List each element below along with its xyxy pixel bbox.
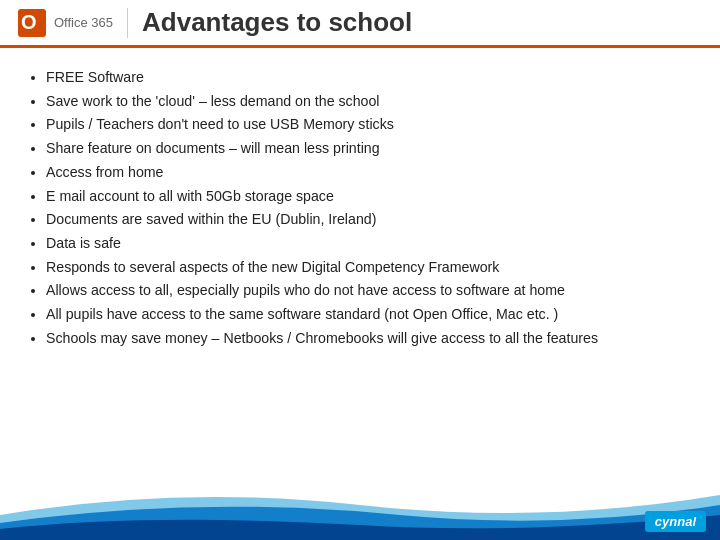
advantages-list: FREE SoftwareSave work to the 'cloud' – … — [24, 66, 696, 350]
list-item: Pupils / Teachers don't need to use USB … — [46, 113, 696, 136]
header: O Office 365 Advantages to school — [0, 0, 720, 48]
list-item: Schools may save money – Netbooks / Chro… — [46, 327, 696, 350]
list-item: Share feature on documents – will mean l… — [46, 137, 696, 160]
list-item: E mail account to all with 50Gb storage … — [46, 185, 696, 208]
list-item: Documents are saved within the EU (Dubli… — [46, 208, 696, 231]
office-logo: O Office 365 — [16, 7, 113, 39]
content-area: FREE SoftwareSave work to the 'cloud' – … — [0, 48, 720, 485]
list-item: Data is safe — [46, 232, 696, 255]
cynnal-badge: cynnal — [645, 511, 706, 532]
header-divider — [127, 8, 128, 38]
svg-text:O: O — [21, 11, 37, 33]
list-item: Save work to the 'cloud' – less demand o… — [46, 90, 696, 113]
list-item: Allows access to all, especially pupils … — [46, 279, 696, 302]
office-name-label: Office 365 — [54, 15, 113, 30]
office365-icon: O — [16, 7, 48, 39]
list-item: Access from home — [46, 161, 696, 184]
list-item: All pupils have access to the same softw… — [46, 303, 696, 326]
page-title: Advantages to school — [142, 7, 412, 38]
footer-wave-graphic — [0, 485, 720, 540]
list-item: FREE Software — [46, 66, 696, 89]
list-item: Responds to several aspects of the new D… — [46, 256, 696, 279]
footer: cynnal — [0, 485, 720, 540]
